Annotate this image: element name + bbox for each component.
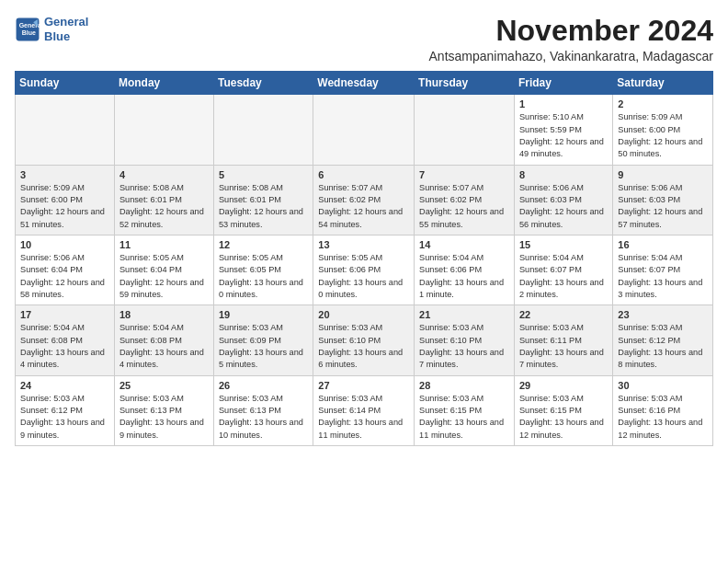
calendar-week-row: 1 Sunrise: 5:10 AM Sunset: 5:59 PM Dayli… xyxy=(16,95,713,165)
day-number: 21 xyxy=(419,309,509,320)
table-row: 3 Sunrise: 5:09 AM Sunset: 6:00 PM Dayli… xyxy=(16,165,115,235)
day-number: 5 xyxy=(219,169,308,180)
table-row: 22 Sunrise: 5:03 AM Sunset: 6:11 PM Dayl… xyxy=(514,305,612,375)
day-number: 17 xyxy=(20,309,109,320)
day-info: Sunrise: 5:08 AM Sunset: 6:01 PM Dayligh… xyxy=(119,182,209,231)
day-number: 29 xyxy=(519,380,608,391)
day-number: 8 xyxy=(519,169,608,180)
table-row: 30 Sunrise: 5:03 AM Sunset: 6:16 PM Dayl… xyxy=(613,375,713,445)
table-row: 28 Sunrise: 5:03 AM Sunset: 6:15 PM Dayl… xyxy=(415,375,515,445)
table-row: 4 Sunrise: 5:08 AM Sunset: 6:01 PM Dayli… xyxy=(114,165,213,235)
day-info: Sunrise: 5:04 AM Sunset: 6:07 PM Dayligh… xyxy=(519,252,608,301)
day-number: 25 xyxy=(119,380,209,391)
day-number: 19 xyxy=(219,309,308,320)
day-info: Sunrise: 5:07 AM Sunset: 6:02 PM Dayligh… xyxy=(419,182,509,231)
day-info: Sunrise: 5:04 AM Sunset: 6:07 PM Dayligh… xyxy=(618,252,708,301)
day-number: 11 xyxy=(119,239,209,250)
day-info: Sunrise: 5:03 AM Sunset: 6:14 PM Dayligh… xyxy=(318,393,409,442)
calendar-week-row: 24 Sunrise: 5:03 AM Sunset: 6:12 PM Dayl… xyxy=(16,375,713,445)
table-row: 18 Sunrise: 5:04 AM Sunset: 6:08 PM Dayl… xyxy=(114,305,213,375)
day-info: Sunrise: 5:06 AM Sunset: 6:03 PM Dayligh… xyxy=(519,182,608,231)
day-number: 27 xyxy=(318,380,409,391)
day-number: 14 xyxy=(419,239,509,250)
table-row: 2 Sunrise: 5:09 AM Sunset: 6:00 PM Dayli… xyxy=(613,95,713,165)
table-row: 21 Sunrise: 5:03 AM Sunset: 6:10 PM Dayl… xyxy=(415,305,515,375)
table-row xyxy=(213,95,313,165)
day-info: Sunrise: 5:10 AM Sunset: 5:59 PM Dayligh… xyxy=(519,111,608,160)
table-row: 25 Sunrise: 5:03 AM Sunset: 6:13 PM Dayl… xyxy=(114,375,213,445)
day-number: 23 xyxy=(618,309,708,320)
title-area: November 2024 Antsampanimahazo, Vakinank… xyxy=(429,15,713,63)
day-number: 20 xyxy=(318,309,409,320)
svg-text:Blue: Blue xyxy=(22,29,36,36)
table-row: 26 Sunrise: 5:03 AM Sunset: 6:13 PM Dayl… xyxy=(213,375,313,445)
day-number: 3 xyxy=(20,169,109,180)
table-row: 10 Sunrise: 5:06 AM Sunset: 6:04 PM Dayl… xyxy=(16,235,115,304)
table-row: 24 Sunrise: 5:03 AM Sunset: 6:12 PM Dayl… xyxy=(16,375,115,445)
calendar-week-row: 17 Sunrise: 5:04 AM Sunset: 6:08 PM Dayl… xyxy=(16,305,713,375)
header: General Blue General Blue November 2024 … xyxy=(15,15,713,63)
day-number: 7 xyxy=(419,169,509,180)
day-info: Sunrise: 5:06 AM Sunset: 6:04 PM Dayligh… xyxy=(20,252,109,301)
table-row: 12 Sunrise: 5:05 AM Sunset: 6:05 PM Dayl… xyxy=(213,235,313,304)
day-number: 18 xyxy=(119,309,209,320)
table-row xyxy=(16,95,115,165)
day-info: Sunrise: 5:03 AM Sunset: 6:15 PM Dayligh… xyxy=(419,393,509,442)
logo: General Blue General Blue xyxy=(15,15,88,43)
day-info: Sunrise: 5:04 AM Sunset: 6:08 PM Dayligh… xyxy=(119,322,209,371)
day-info: Sunrise: 5:07 AM Sunset: 6:02 PM Dayligh… xyxy=(318,182,409,231)
day-number: 26 xyxy=(219,380,308,391)
day-info: Sunrise: 5:06 AM Sunset: 6:03 PM Dayligh… xyxy=(618,182,708,231)
table-row: 17 Sunrise: 5:04 AM Sunset: 6:08 PM Dayl… xyxy=(16,305,115,375)
day-number: 6 xyxy=(318,169,409,180)
logo-text-line2: Blue xyxy=(44,29,88,44)
table-row: 19 Sunrise: 5:03 AM Sunset: 6:09 PM Dayl… xyxy=(213,305,313,375)
day-number: 22 xyxy=(519,309,608,320)
table-row: 15 Sunrise: 5:04 AM Sunset: 6:07 PM Dayl… xyxy=(514,235,612,304)
table-row: 16 Sunrise: 5:04 AM Sunset: 6:07 PM Dayl… xyxy=(613,235,713,304)
header-sunday: Sunday xyxy=(16,72,115,95)
day-number: 1 xyxy=(519,98,608,109)
day-info: Sunrise: 5:03 AM Sunset: 6:12 PM Dayligh… xyxy=(618,322,708,371)
table-row: 27 Sunrise: 5:03 AM Sunset: 6:14 PM Dayl… xyxy=(313,375,415,445)
table-row: 6 Sunrise: 5:07 AM Sunset: 6:02 PM Dayli… xyxy=(313,165,415,235)
day-info: Sunrise: 5:05 AM Sunset: 6:04 PM Dayligh… xyxy=(119,252,209,301)
table-row: 13 Sunrise: 5:05 AM Sunset: 6:06 PM Dayl… xyxy=(313,235,415,304)
day-number: 16 xyxy=(618,239,708,250)
location-title: Antsampanimahazo, Vakinankaratra, Madaga… xyxy=(429,49,713,63)
header-saturday: Saturday xyxy=(613,72,713,95)
calendar-week-row: 3 Sunrise: 5:09 AM Sunset: 6:00 PM Dayli… xyxy=(16,165,713,235)
header-tuesday: Tuesday xyxy=(213,72,313,95)
table-row: 7 Sunrise: 5:07 AM Sunset: 6:02 PM Dayli… xyxy=(415,165,515,235)
day-info: Sunrise: 5:03 AM Sunset: 6:13 PM Dayligh… xyxy=(219,393,308,442)
day-info: Sunrise: 5:05 AM Sunset: 6:06 PM Dayligh… xyxy=(318,252,409,301)
table-row: 1 Sunrise: 5:10 AM Sunset: 5:59 PM Dayli… xyxy=(514,95,612,165)
day-info: Sunrise: 5:08 AM Sunset: 6:01 PM Dayligh… xyxy=(219,182,308,231)
day-number: 24 xyxy=(20,380,109,391)
day-number: 30 xyxy=(618,380,708,391)
day-info: Sunrise: 5:09 AM Sunset: 6:00 PM Dayligh… xyxy=(20,182,109,231)
table-row: 23 Sunrise: 5:03 AM Sunset: 6:12 PM Dayl… xyxy=(613,305,713,375)
day-info: Sunrise: 5:03 AM Sunset: 6:13 PM Dayligh… xyxy=(119,393,209,442)
day-number: 2 xyxy=(618,98,708,109)
day-info: Sunrise: 5:03 AM Sunset: 6:11 PM Dayligh… xyxy=(519,322,608,371)
day-info: Sunrise: 5:03 AM Sunset: 6:10 PM Dayligh… xyxy=(318,322,409,371)
day-info: Sunrise: 5:03 AM Sunset: 6:09 PM Dayligh… xyxy=(219,322,308,371)
day-info: Sunrise: 5:09 AM Sunset: 6:00 PM Dayligh… xyxy=(618,111,708,160)
table-row: 29 Sunrise: 5:03 AM Sunset: 6:15 PM Dayl… xyxy=(514,375,612,445)
day-info: Sunrise: 5:04 AM Sunset: 6:06 PM Dayligh… xyxy=(419,252,509,301)
day-info: Sunrise: 5:03 AM Sunset: 6:15 PM Dayligh… xyxy=(519,393,608,442)
day-info: Sunrise: 5:03 AM Sunset: 6:10 PM Dayligh… xyxy=(419,322,509,371)
day-info: Sunrise: 5:03 AM Sunset: 6:12 PM Dayligh… xyxy=(20,393,109,442)
day-number: 13 xyxy=(318,239,409,250)
header-wednesday: Wednesday xyxy=(313,72,415,95)
calendar-week-row: 10 Sunrise: 5:06 AM Sunset: 6:04 PM Dayl… xyxy=(16,235,713,304)
logo-icon: General Blue xyxy=(15,17,40,42)
table-row: 20 Sunrise: 5:03 AM Sunset: 6:10 PM Dayl… xyxy=(313,305,415,375)
table-row: 11 Sunrise: 5:05 AM Sunset: 6:04 PM Dayl… xyxy=(114,235,213,304)
table-row: 8 Sunrise: 5:06 AM Sunset: 6:03 PM Dayli… xyxy=(514,165,612,235)
day-number: 4 xyxy=(119,169,209,180)
day-info: Sunrise: 5:04 AM Sunset: 6:08 PM Dayligh… xyxy=(20,322,109,371)
table-row: 5 Sunrise: 5:08 AM Sunset: 6:01 PM Dayli… xyxy=(213,165,313,235)
day-number: 10 xyxy=(20,239,109,250)
